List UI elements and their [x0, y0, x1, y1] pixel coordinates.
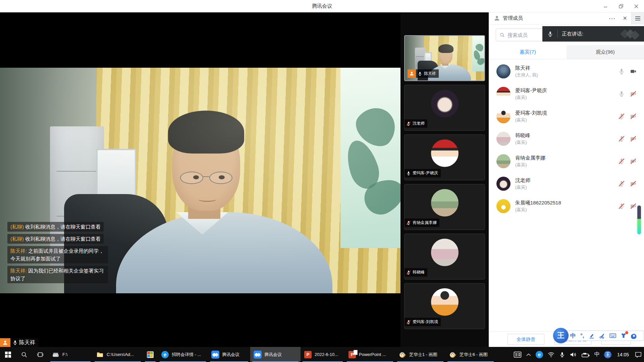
- video-thumbnail-chentianxiang[interactable]: 陈天祥: [404, 35, 485, 81]
- mic-status-icon[interactable]: [618, 113, 625, 120]
- more-options-icon[interactable]: ⋯: [605, 12, 619, 24]
- close-button[interactable]: [629, 0, 644, 12]
- panel-header: 管理成员 ⋯ ✕: [489, 12, 644, 24]
- avatar: [496, 132, 511, 146]
- member-row[interactable]: 爱玛客-尹晓庆(嘉宾): [489, 82, 644, 105]
- battery-charging-icon[interactable]: [581, 351, 590, 358]
- member-row[interactable]: 朱晨曦18622052518(嘉宾): [489, 195, 644, 217]
- taskbar-button-powerpoint[interactable]: P PowerPoint ...: [345, 347, 395, 362]
- mic-icon: [12, 340, 18, 345]
- camera-status-icon[interactable]: [630, 203, 637, 209]
- mute-all-button[interactable]: 全体静音: [507, 334, 544, 345]
- volume-icon[interactable]: [570, 351, 577, 358]
- mic-muted-icon: [406, 221, 411, 225]
- tab-audience[interactable]: 观众(96): [567, 45, 644, 59]
- scissors-icon[interactable]: [599, 333, 605, 339]
- ime-punctuation-toggle[interactable]: °,: [580, 333, 584, 339]
- mic-status-icon[interactable]: [618, 135, 625, 142]
- volume-level-indicator: [636, 204, 642, 235]
- host-badge-icon: [0, 338, 10, 347]
- pencil-icon[interactable]: [589, 333, 595, 339]
- mic-status-icon[interactable]: [618, 68, 625, 75]
- keyboard-icon[interactable]: [609, 333, 616, 338]
- taskbar-button-app-grid[interactable]: [143, 347, 158, 362]
- app-grid-icon: [146, 351, 154, 359]
- avatar: [496, 64, 511, 78]
- speaking-indicator-overlay[interactable]: 正在讲话:: [542, 26, 644, 42]
- chat-overlay: (私聊) 收到私聊消息，请在聊天窗口查看 (私聊) 收到私聊消息，请在聊天窗口查…: [7, 222, 111, 283]
- task-view-icon[interactable]: [32, 347, 48, 362]
- minimize-button[interactable]: [598, 0, 613, 12]
- taskbar-button-ppt-file[interactable]: P 2022-6-10...: [301, 347, 345, 362]
- avatar: [431, 189, 459, 217]
- folder-icon: [96, 351, 104, 359]
- tray-chevron-up-icon[interactable]: [526, 353, 531, 357]
- video-thumbnail-yinxiaoqing[interactable]: 爱玛客-尹晓庆: [404, 134, 485, 180]
- start-button[interactable]: [0, 347, 16, 362]
- main-video-area[interactable]: (私聊) 收到私聊消息，请在聊天窗口查看 (私聊) 收到私聊消息，请在聊天窗口查…: [0, 12, 400, 347]
- camera-status-icon[interactable]: [630, 158, 637, 165]
- browser-e-tray-icon[interactable]: e: [536, 351, 543, 358]
- search-icon: [499, 32, 505, 38]
- camera-status-icon[interactable]: [630, 113, 637, 120]
- mic-tray-icon[interactable]: [559, 351, 565, 358]
- member-row[interactable]: 肯纳金属李娜(嘉宾): [489, 150, 644, 172]
- chat-message: (私聊) 收到私聊消息，请在聊天窗口查看: [7, 234, 104, 244]
- member-row[interactable]: 爱玛客-刘凯境(嘉宾): [489, 105, 644, 127]
- speaker-name: 陈天祥: [19, 339, 35, 346]
- mic-status-icon[interactable]: [618, 158, 625, 165]
- paint-icon: [449, 351, 457, 359]
- tab-guests[interactable]: 嘉宾(7): [489, 45, 567, 59]
- taskbar-button-explorer-f[interactable]: F:\: [48, 347, 93, 362]
- drive-icon: [52, 351, 60, 359]
- restore-button[interactable]: [613, 0, 629, 12]
- mic-status-icon[interactable]: [618, 90, 625, 97]
- video-thumbnail-liukaijing[interactable]: 爱玛客-刘凯境: [404, 283, 485, 329]
- system-tray: e 中 王 14:05: [514, 347, 644, 362]
- video-thumbnail-shenlaoshi[interactable]: 沈老师: [404, 85, 485, 131]
- chat-message: (私聊) 收到私聊消息，请在聊天窗口查看: [7, 222, 104, 232]
- member-tabs: 嘉宾(7) 观众(96): [489, 45, 644, 59]
- taskbar-button-browser-jobfair[interactable]: e 招聘会详情 - ...: [158, 347, 208, 362]
- ime-language-toggle[interactable]: 中: [570, 333, 576, 339]
- avatar: [431, 90, 459, 117]
- avatar: [496, 87, 511, 101]
- thumbnail-strip: 陈天祥 沈老师 爱玛客-尹晓庆 肯纳金属李娜 韩晓峰 爱玛客-刘凯境: [400, 12, 489, 347]
- member-row[interactable]: 韩晓峰(嘉宾): [489, 127, 644, 150]
- powerpoint-icon: P: [304, 351, 312, 359]
- mic-muted-icon: [406, 121, 411, 126]
- ime-tray-badge[interactable]: 王: [604, 351, 611, 358]
- taskbar-button-explorer-c[interactable]: C:\Users\Ad...: [93, 347, 143, 362]
- camera-status-icon[interactable]: [630, 90, 637, 97]
- avatar: [431, 239, 459, 266]
- mic-status-icon[interactable]: [618, 180, 625, 187]
- mic-status-icon[interactable]: [618, 203, 625, 209]
- wifi-icon[interactable]: [547, 352, 555, 358]
- chat-message: 陈天祥: 因为我们已经和相关企业签署实习协议了: [7, 266, 108, 283]
- window-title: 腾讯会议: [0, 3, 644, 9]
- taskbar-button-paint-1[interactable]: 芝华士1 - 画图: [395, 347, 445, 362]
- member-row[interactable]: 陈天祥(主持人, 我): [489, 60, 644, 82]
- video-thumbnail-hanxiaofeng[interactable]: 韩晓峰: [404, 234, 485, 280]
- action-center-icon[interactable]: [635, 351, 642, 358]
- member-row[interactable]: 沈老师(嘉宾): [489, 172, 644, 195]
- taskbar-button-meeting-1[interactable]: 腾讯会议: [208, 347, 250, 362]
- camera-status-icon[interactable]: [630, 180, 637, 187]
- hamburger-menu-icon[interactable]: [631, 12, 644, 24]
- camera-status-icon[interactable]: [630, 68, 637, 75]
- ime-language-indicator[interactable]: 中: [594, 351, 600, 358]
- taskbar-button-paint-2[interactable]: 芝华士6 - 画图: [445, 347, 496, 362]
- taskbar-search-icon[interactable]: [16, 347, 32, 362]
- skin-tshirt-icon[interactable]: [621, 333, 627, 339]
- taskbar-button-meeting-2[interactable]: 腾讯会议: [250, 347, 301, 362]
- news-widget-icon[interactable]: [514, 351, 522, 358]
- host-badge-icon: [408, 69, 416, 78]
- camera-status-icon[interactable]: [630, 135, 637, 142]
- clock[interactable]: 14:05: [616, 352, 630, 357]
- tencent-meeting-icon: [254, 351, 262, 359]
- video-thumbnail-lina[interactable]: 肯纳金属李娜: [404, 184, 485, 230]
- panel-close-icon[interactable]: ✕: [619, 12, 631, 24]
- ime-logo-badge[interactable]: 王: [553, 328, 569, 343]
- gear-icon[interactable]: [631, 333, 637, 339]
- ime-toolbar[interactable]: 王 中 °,: [555, 330, 644, 341]
